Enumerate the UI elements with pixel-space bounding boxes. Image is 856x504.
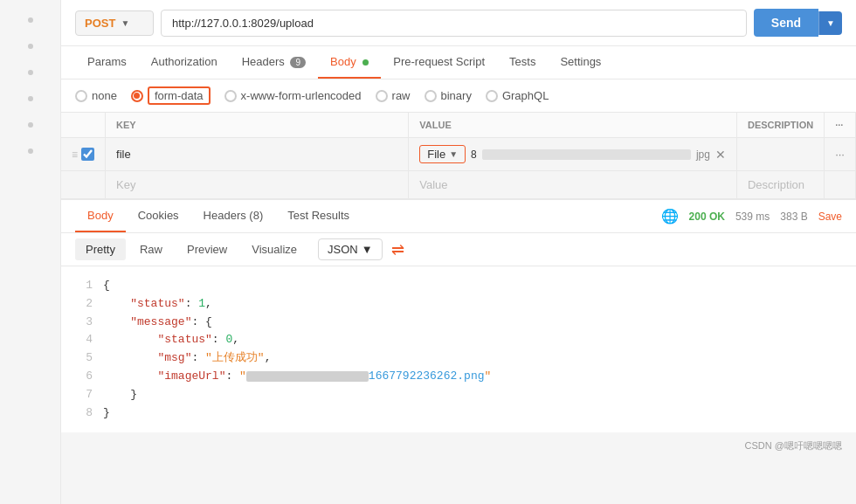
row-handle: ≡ <box>72 148 94 161</box>
more-options-icon[interactable]: ··· <box>835 148 845 161</box>
tab-authorization[interactable]: Authorization <box>139 46 230 79</box>
chevron-down-icon: ▼ <box>449 149 458 159</box>
request-tabs: Params Authorization Headers 9 Body Pre-… <box>61 46 856 79</box>
value-field: File ▼ 8 jpg ✕ <box>419 145 726 163</box>
save-response-button[interactable]: Save <box>818 211 842 223</box>
value-middle <box>482 149 691 160</box>
radio-raw <box>376 90 388 102</box>
col-desc-header: DESCRIPTION <box>736 113 824 138</box>
watermark: CSDN @嗯吁嗯嗯嗯嗯 <box>61 432 856 459</box>
response-code-area: 1 { 2 "status": 1, 3 "message": { 4 "sta… <box>61 266 856 432</box>
key-value: file <box>116 148 131 161</box>
col-more: ··· <box>825 113 856 138</box>
blurred-url <box>246 371 369 382</box>
code-line-1: 1 { <box>75 277 842 295</box>
body-type-graphql[interactable]: GraphQL <box>486 89 549 102</box>
response-tabs: Body Cookies Headers (8) Test Results 🌐 … <box>61 200 856 233</box>
url-input[interactable] <box>161 10 747 37</box>
col-key-header: KEY <box>106 113 409 138</box>
line-number: 1 <box>75 277 93 295</box>
line-number: 8 <box>75 404 93 423</box>
code-content: } <box>103 404 842 423</box>
body-type-binary[interactable]: binary <box>425 89 472 102</box>
sidebar-dot <box>28 122 33 128</box>
file-type-select[interactable]: File ▼ <box>419 145 466 163</box>
globe-icon: 🌐 <box>661 208 679 224</box>
send-button[interactable]: Send <box>754 9 818 37</box>
placeholder-row: Key Value Description <box>61 171 856 199</box>
body-type-none[interactable]: none <box>75 89 117 102</box>
view-tabs-row: Pretty Raw Preview Visualize JSON ▼ ⇌ <box>61 233 856 266</box>
response-tab-test-results[interactable]: Test Results <box>275 200 362 232</box>
code-content: { <box>103 277 842 295</box>
row-checkbox[interactable] <box>81 148 94 161</box>
params-table: KEY VALUE DESCRIPTION ··· ≡ f <box>61 113 856 199</box>
line-number: 5 <box>75 349 93 368</box>
radio-graphql <box>486 90 498 102</box>
line-number: 6 <box>75 368 93 386</box>
format-select[interactable]: JSON ▼ <box>318 238 383 260</box>
col-value-header: VALUE <box>409 113 737 138</box>
tab-settings[interactable]: Settings <box>548 46 613 79</box>
sidebar-dot <box>28 148 33 154</box>
code-line-3: 3 "message": { <box>75 314 842 332</box>
main-content: POST ▼ Send ▼ Params Authorization Heade… <box>61 0 856 504</box>
sidebar-dot <box>28 44 33 49</box>
col-handle <box>61 113 106 138</box>
tab-tests[interactable]: Tests <box>497 46 548 79</box>
tab-pre-request-script[interactable]: Pre-request Script <box>381 46 497 79</box>
drag-icon: ≡ <box>72 148 78 161</box>
format-label: JSON <box>328 243 358 256</box>
form-data-label: form-data <box>148 86 211 105</box>
code-line-4: 4 "status": 0, <box>75 331 842 349</box>
method-selector[interactable]: POST ▼ <box>75 10 154 36</box>
request-url-bar: POST ▼ Send ▼ <box>61 0 856 46</box>
tab-body[interactable]: Body <box>318 46 381 79</box>
method-label: POST <box>85 17 115 30</box>
response-tab-cookies[interactable]: Cookies <box>126 200 191 232</box>
response-size: 383 B <box>780 211 807 223</box>
wrap-icon[interactable]: ⇌ <box>391 240 404 259</box>
placeholder-key-cell[interactable]: Key <box>106 171 409 199</box>
response-section: Body Cookies Headers (8) Test Results 🌐 … <box>61 199 856 459</box>
remove-file-button[interactable]: ✕ <box>715 148 726 162</box>
view-tab-preview[interactable]: Preview <box>176 238 238 260</box>
line-number: 3 <box>75 314 93 332</box>
file-ext: jpg <box>696 148 710 161</box>
send-button-group: Send ▼ <box>754 9 842 37</box>
body-type-urlencoded[interactable]: x-www-form-urlencoded <box>224 89 362 102</box>
body-type-raw[interactable]: raw <box>376 89 411 102</box>
more-cell: ··· <box>825 138 856 171</box>
format-chevron-icon: ▼ <box>362 243 373 256</box>
radio-urlencoded <box>224 90 237 102</box>
placeholder-desc-cell[interactable]: Description <box>736 171 824 199</box>
status-code: 200 OK <box>689 211 725 223</box>
response-tab-body[interactable]: Body <box>75 200 126 232</box>
placeholder-value-cell[interactable]: Value <box>409 171 737 199</box>
description-cell <box>736 138 824 171</box>
placeholder-description: Description <box>748 178 804 191</box>
placeholder-key: Key <box>116 178 135 191</box>
sidebar-dot <box>28 96 33 101</box>
view-tab-visualize[interactable]: Visualize <box>241 238 307 260</box>
view-tab-raw[interactable]: Raw <box>129 238 173 260</box>
tab-params[interactable]: Params <box>75 46 139 79</box>
radio-selected-dot <box>134 93 140 99</box>
tab-headers[interactable]: Headers 9 <box>230 46 318 79</box>
send-dropdown-button[interactable]: ▼ <box>818 11 842 35</box>
line-number: 2 <box>75 295 93 314</box>
body-type-form-data[interactable]: form-data <box>131 86 211 105</box>
chevron-down-icon: ▼ <box>121 18 129 28</box>
table-row: ≡ file File ▼ 8 <box>61 138 856 171</box>
view-tab-pretty[interactable]: Pretty <box>75 238 126 260</box>
sidebar-dot <box>28 70 33 75</box>
key-cell: file <box>106 138 409 171</box>
code-content: "status": 1, <box>103 295 842 314</box>
response-tab-headers[interactable]: Headers (8) <box>191 200 276 232</box>
placeholder-more <box>825 171 856 199</box>
placeholder-value: Value <box>419 178 447 191</box>
value-prefix: 8 <box>471 148 477 161</box>
body-active-dot <box>362 59 369 66</box>
headers-badge: 9 <box>290 57 306 68</box>
value-cell: File ▼ 8 jpg ✕ <box>409 138 737 171</box>
